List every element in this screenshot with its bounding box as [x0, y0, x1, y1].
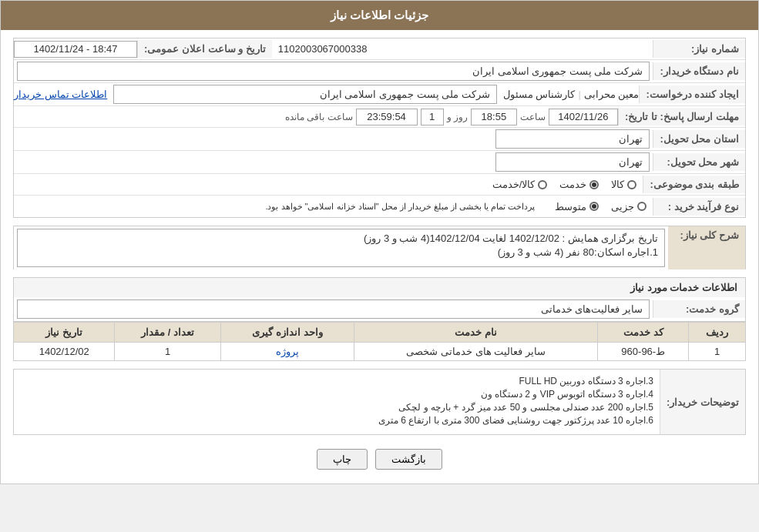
radio-khadamat-label: خدمت: [559, 179, 586, 190]
pardakht-text: پرداخت تمام یا بخشی از مبلغ خریدار از مح…: [265, 202, 535, 212]
value-moine: معین محرابی: [584, 89, 640, 100]
table-header-row: ردیف کد خدمت نام خدمت واحد اندازه گیری ت…: [14, 323, 746, 343]
radio-kala-khadamat[interactable]: کالا/خدمت: [492, 179, 548, 190]
label-saat: ساعت: [520, 112, 546, 122]
row-tabaqe: طبقه بندی موضوعی: کالا خدمت کالا/خدمت: [14, 174, 745, 196]
value-shahr: تهران: [495, 152, 650, 172]
row-shahr: شهر محل تحویل: تهران: [14, 151, 745, 174]
btn-chap[interactable]: چاپ: [317, 449, 368, 470]
td-radif: 1: [689, 343, 746, 361]
content-area: شماره نیاز: 1102003067000338 تاریخ و ساع…: [1, 30, 758, 483]
tosifat-line-4: 6.اجاره 10 عدد پرژکتور جهت روشنایی فضای …: [20, 415, 653, 426]
khadamat-section-title: اطلاعات خدمات مورد نیاز: [13, 277, 746, 297]
radio-kala[interactable]: کالا: [611, 179, 636, 190]
th-kodKhadamat: کد خدمت: [598, 323, 689, 343]
label-shahr: شهر محل تحویل:: [653, 153, 745, 171]
label-mohlat: مهلت ارسال پاسخ: تا تاریخ:: [618, 108, 745, 125]
label-roz: روز و: [447, 112, 468, 122]
th-radif: ردیف: [689, 323, 746, 343]
label-shomareNiaz: شماره نیاز:: [653, 40, 745, 58]
row-shomareNiaz: شماره نیاز: 1102003067000338 تاریخ و ساع…: [14, 38, 745, 60]
btn-bazgasht[interactable]: بازگشت: [375, 449, 442, 470]
row-naveFarayand: نوع فرآیند خرید : جزیی متوسط پرداخت تمام…: [14, 196, 745, 217]
radio-mottaveset-label: متوسط: [555, 201, 586, 212]
tosifat-line-3: 5.اجاره 200 عدد صندلی مجلسی و 50 عدد میز…: [20, 402, 653, 413]
value-karshenase: کارشناس مسئول: [503, 89, 576, 100]
value-ostan: تهران: [495, 129, 650, 149]
value-date: 1402/11/26: [549, 109, 618, 125]
value-roz: 1: [421, 109, 444, 125]
ijad-group: معین محرابی | کارشناس مسئول شرکت ملی پست…: [14, 83, 639, 105]
label-takhrik: تاریخ و ساعت اعلان عمومی:: [137, 40, 272, 58]
separator1: |: [578, 89, 580, 100]
radio-kala-label: کالا: [611, 179, 624, 190]
label-tosifat: توضیحات خریدار:: [660, 370, 745, 434]
value-saat: 18:55: [471, 109, 517, 125]
button-row: بازگشت چاپ: [13, 443, 746, 476]
label-mande: ساعت باقی مانده: [285, 112, 353, 122]
th-vahedAndaze: واحد اندازه گیری: [220, 323, 354, 343]
sharch-header: شرح کلی نیاز: تاریخ برگزاری همایش : 1402…: [13, 226, 746, 269]
radio-mottaveset[interactable]: متوسط: [555, 201, 599, 212]
label-ostan: استان محل تحویل:: [653, 130, 745, 148]
th-namKhadamat: نام خدمت: [354, 323, 598, 343]
link-ettela[interactable]: اطلاعات تماس خریدار: [14, 89, 107, 100]
radio-kala-circle: [627, 180, 636, 189]
label-naveFarayand: نوع فرآیند خرید :: [653, 198, 745, 216]
value-namDastgah: شرکت ملی پست جمهوری اسلامی ایران: [17, 62, 650, 81]
tosifat-content: 3.اجاره 3 دستگاه دوربین FULL HD 4.اجاره …: [14, 370, 660, 434]
radio-jozii-circle: [637, 202, 646, 211]
radio-khadamat-circle: [589, 180, 599, 189]
value-goroheKhadamat: سایر فعالیت‌های خدماتی: [17, 299, 650, 319]
radio-jozii-label: جزیی: [611, 201, 634, 212]
sharch-section: شرح کلی نیاز: تاریخ برگزاری همایش : 1402…: [13, 226, 746, 269]
th-tarikhe: تاریخ نیاز: [14, 323, 115, 343]
label-ijadKonnande: ایجاد کننده درخواست:: [639, 85, 745, 103]
tosifat-line-2: 4.اجاره 3 دستگاه اتوبوس VIP و 2 دستگاه و…: [20, 389, 653, 400]
main-info-section: شماره نیاز: 1102003067000338 تاریخ و ساع…: [13, 38, 746, 218]
value-takhrik: 1402/11/24 - 18:47: [14, 41, 137, 58]
value-sherkate: شرکت ملی پست جمهوری اسلامی ایران: [113, 85, 497, 104]
th-tedad: تعداد / مقدار: [115, 323, 220, 343]
td-namKhadamat: سایر فعالیت های خدماتی شخصی: [354, 343, 598, 361]
label-sharchKoli: شرح کلی نیاز:: [668, 226, 745, 269]
row-namDastgah: نام دستگاه خریدار: شرکت ملی پست جمهوری ا…: [14, 60, 745, 83]
radio-kk-circle: [538, 180, 547, 189]
gorohe-row: گروه خدمت: سایر فعالیت‌های خدماتی: [13, 297, 746, 322]
value-sharchKoli: تاریخ برگزاری همایش : 1402/12/02 لغایت 1…: [17, 229, 665, 267]
td-tarikhe: 1402/12/02: [14, 343, 115, 361]
tosifat-line-1: 3.اجاره 3 دستگاه دوربین FULL HD: [20, 376, 653, 386]
radio-mottaveset-circle: [589, 202, 599, 211]
label-goroheKhadamat: گروه خدمت:: [653, 300, 745, 318]
label-namDastgah: نام دستگاه خریدار:: [653, 62, 745, 80]
row-mohlat: مهلت ارسال پاسخ: تا تاریخ: 1402/11/26 سا…: [14, 106, 745, 128]
page-title: جزئیات اطلاعات نیاز: [331, 8, 428, 22]
label-tabaqe: طبقه بندی موضوعی:: [643, 176, 745, 193]
sharch-line1: تاریخ برگزاری همایش : 1402/12/02 لغایت 1…: [24, 233, 658, 244]
td-kodKhadamat: ط-96-960: [598, 343, 689, 361]
value-mande: 23:59:54: [356, 109, 418, 125]
tabaqe-radio-group: کالا خدمت کالا/خدمت: [486, 176, 643, 193]
value-shomareNiaz: 1102003067000338: [272, 40, 653, 58]
services-table: ردیف کد خدمت نام خدمت واحد اندازه گیری ت…: [13, 322, 746, 361]
row-ijadKonnande: ایجاد کننده درخواست: معین محرابی | کارشن…: [14, 83, 745, 106]
radio-kk-label: کالا/خدمت: [492, 179, 536, 190]
radio-jozii[interactable]: جزیی: [611, 201, 646, 212]
td-vahedAndaze: پروژه: [220, 343, 354, 361]
page-header: جزئیات اطلاعات نیاز: [1, 1, 758, 30]
farayand-radio-group: جزیی متوسط پرداخت تمام یا بخشی از مبلغ خ…: [259, 198, 653, 216]
td-tedad: 1: [115, 343, 220, 361]
mohlat-group: 1402/11/26 ساعت 18:55 روز و 1 23:59:54 س…: [14, 109, 618, 125]
radio-khadamat[interactable]: خدمت: [559, 179, 599, 190]
row-ostan: استان محل تحویل: تهران: [14, 128, 745, 151]
table-row: 1 ط-96-960 سایر فعالیت های خدماتی شخصی پ…: [14, 343, 746, 361]
tosifat-section: توضیحات خریدار: 3.اجاره 3 دستگاه دوربین …: [13, 369, 746, 435]
sharch-line2: 1.اجاره اسکان:80 نفر (4 شب و 3 روز): [24, 246, 658, 258]
page-wrapper: جزئیات اطلاعات نیاز شماره نیاز: 11020030…: [0, 0, 759, 484]
